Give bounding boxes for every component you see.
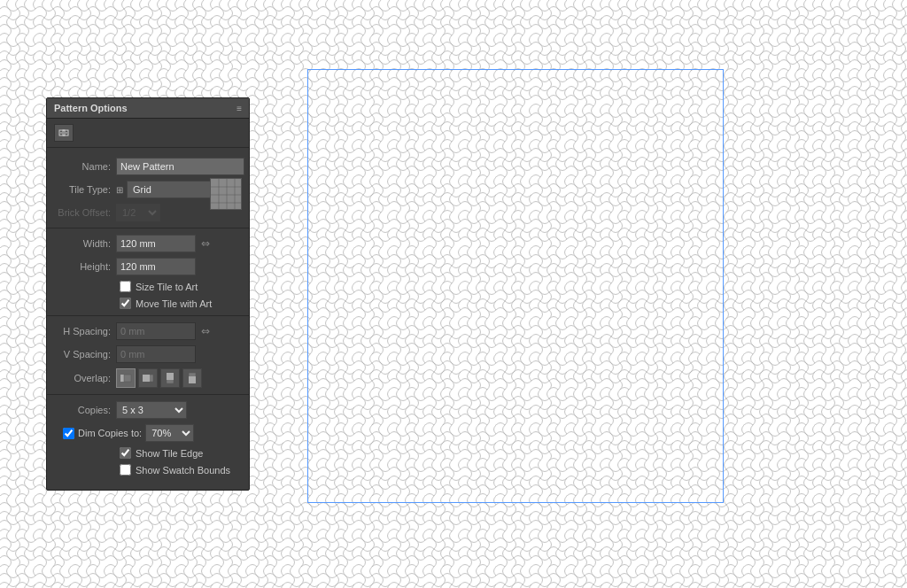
name-input[interactable] [116, 158, 244, 175]
pattern-options-panel: Pattern Options ≡ Name: Tile Type: ⊞ Gri… [46, 97, 250, 491]
link-dimensions-icon[interactable]: ⇔ [201, 237, 210, 250]
show-tile-edge-checkbox[interactable] [120, 447, 131, 459]
dim-copies-select[interactable]: 70% 50% 30% [145, 424, 194, 442]
panel-header: Pattern Options ≡ [47, 98, 249, 119]
h-spacing-input[interactable] [116, 322, 196, 340]
panel-title: Pattern Options [54, 103, 128, 113]
panel-menu-icon[interactable]: ≡ [236, 104, 242, 113]
size-tile-row: Size Tile to Art [47, 278, 249, 295]
show-swatch-bounds-checkbox[interactable] [120, 464, 131, 476]
svg-rect-18 [167, 373, 174, 380]
overlap-label: Overlap: [54, 373, 116, 383]
dim-copies-row: Dim Copies to: 70% 50% 30% [47, 422, 249, 445]
overlap-btn-3[interactable] [160, 368, 180, 388]
width-row: Width: ⇔ [47, 232, 249, 255]
svg-rect-16 [143, 375, 150, 382]
overlap-btn-1[interactable] [116, 368, 136, 388]
copies-row: Copies: 5 x 3 3 x 3 5 x 5 7 x 5 [47, 398, 249, 422]
h-spacing-label: H Spacing: [54, 326, 116, 337]
h-spacing-row: H Spacing: ⇔ [47, 320, 249, 343]
transform-icon [58, 127, 70, 139]
svg-rect-14 [124, 375, 131, 382]
tile-type-label: Tile Type: [54, 184, 116, 195]
size-tile-label: Size Tile to Art [136, 282, 198, 292]
show-swatch-bounds-row: Show Swatch Bounds [47, 461, 249, 483]
grid-icon: ⊞ [116, 185, 123, 195]
copies-label: Copies: [54, 405, 116, 415]
separator-2 [47, 315, 249, 316]
width-input[interactable] [116, 235, 196, 252]
height-row: Height: [47, 255, 249, 278]
tile-type-row: Tile Type: ⊞ Grid Brick by Row Brick by … [47, 178, 249, 201]
svg-rect-6 [211, 179, 242, 210]
width-label: Width: [54, 238, 116, 249]
separator-1 [47, 228, 249, 228]
height-input[interactable] [116, 258, 196, 275]
transform-icon-btn[interactable] [54, 124, 74, 142]
separator-3 [47, 394, 249, 395]
brick-offset-label: Brick Offset: [54, 207, 116, 218]
dim-copies-checkbox[interactable] [63, 428, 74, 439]
show-swatch-bounds-label: Show Swatch Bounds [136, 465, 230, 476]
name-row: Name: [47, 155, 249, 178]
name-label: Name: [54, 161, 116, 172]
copies-select[interactable]: 5 x 3 3 x 3 5 x 5 7 x 5 [116, 401, 187, 419]
show-tile-edge-label: Show Tile Edge [136, 448, 203, 459]
move-tile-label: Move Tile with Art [136, 298, 212, 309]
size-tile-checkbox[interactable] [120, 281, 131, 292]
height-label: Height: [54, 261, 116, 272]
link-spacing-icon[interactable]: ⇔ [201, 325, 210, 337]
svg-rect-20 [189, 376, 196, 383]
overlap-row: Overlap: [47, 366, 249, 391]
move-tile-checkbox[interactable] [120, 298, 131, 309]
panel-body: Name: Tile Type: ⊞ Grid Brick by Row Bri… [47, 148, 249, 490]
move-tile-row: Move Tile with Art [47, 295, 249, 312]
show-tile-edge-row: Show Tile Edge [47, 445, 249, 461]
brick-offset-select[interactable]: 1/2 1/3 1/4 [116, 204, 160, 221]
overlap-btn-4[interactable] [182, 368, 202, 388]
v-spacing-input[interactable] [116, 345, 196, 363]
v-spacing-label: V Spacing: [54, 349, 116, 360]
tile-preview [210, 178, 242, 210]
dim-copies-label: Dim Copies to: [78, 428, 142, 438]
overlap-btn-2[interactable] [138, 368, 158, 388]
panel-icon-row [47, 119, 249, 148]
v-spacing-row: V Spacing: [47, 343, 249, 366]
